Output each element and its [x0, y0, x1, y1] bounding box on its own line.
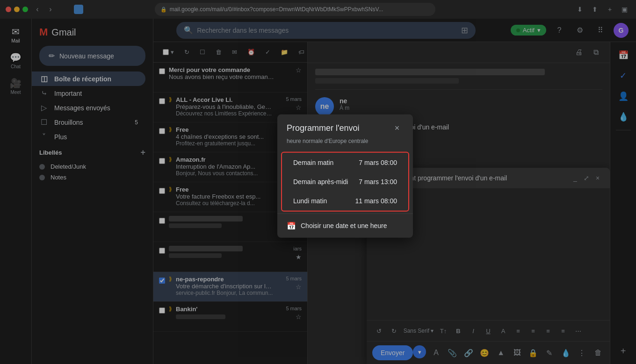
schedule-close-button[interactable]: ×	[390, 121, 404, 135]
schedule-option-monday-morning[interactable]: Lundi matin 11 mars 08:00	[284, 191, 406, 210]
schedule-option-tomorrow-morning[interactable]: Demain matin 7 mars 08:00	[284, 153, 406, 171]
calendar-icon: 📅	[287, 221, 296, 230]
schedule-modal-subtitle: heure normale d'Europe centrale	[277, 136, 413, 150]
schedule-divider	[277, 213, 413, 214]
schedule-modal-header: Programmer l'envoi ×	[277, 114, 413, 136]
option-date: 7 mars 13:00	[359, 178, 397, 185]
schedule-option-tomorrow-afternoon[interactable]: Demain après-midi 7 mars 13:00	[284, 172, 406, 191]
schedule-modal-title: Programmer l'envoi	[287, 123, 360, 133]
custom-date-label: Choisir une date et une heure	[301, 222, 387, 229]
option-label: Lundi matin	[293, 197, 327, 204]
option-label: Demain matin	[293, 158, 333, 166]
schedule-modal: Programmer l'envoi × heure normale d'Eur…	[277, 114, 413, 237]
schedule-custom-date-button[interactable]: 📅 Choisir une date et une heure	[277, 215, 413, 236]
option-date: 11 mars 08:00	[355, 197, 398, 204]
option-date: 7 mars 08:00	[359, 158, 397, 166]
option-label: Demain après-midi	[293, 178, 348, 185]
schedule-options: Demain matin 7 mars 08:00 Demain après-m…	[277, 150, 413, 237]
